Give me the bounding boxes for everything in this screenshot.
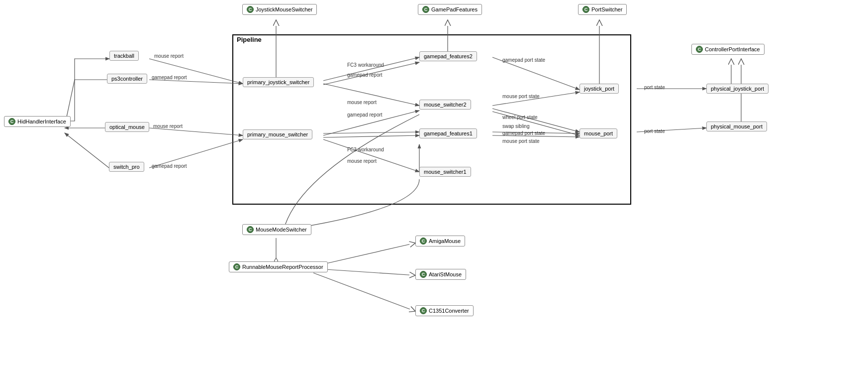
edge-label-swap-sibling: swap sibling xyxy=(502,123,529,129)
diagram-container: Pipeline C JoystickMouseSwitcher C GameP… xyxy=(0,0,868,365)
edge-label-FC3-workaround-2: FC3 workaround xyxy=(347,147,384,152)
label-primary-mouse-switcher: primary_mouse_switcher xyxy=(247,131,308,137)
class-icon-MouseModeSwitcher: C xyxy=(247,226,254,233)
node-switch-pro[interactable]: switch_pro xyxy=(109,162,144,172)
edge-label-mouse-port-state-2: mouse port state xyxy=(502,138,539,144)
label-ControllerPortInterface: ControllerPortInterface xyxy=(705,46,760,52)
edge-label-mouse-report-3: mouse report xyxy=(347,100,377,105)
label-RunnableMouseReportProcessor: RunnableMouseReportProcessor xyxy=(242,264,323,270)
edge-label-wheel-port-state: wheel port state xyxy=(502,115,538,120)
label-HidHandlerInterface: HidHandlerInterface xyxy=(17,119,66,124)
class-icon-AtariStMouse: C xyxy=(420,271,427,278)
node-gamepad-features1[interactable]: gamepad_features1 xyxy=(419,128,477,138)
class-icon-HidHandlerInterface: C xyxy=(8,118,15,125)
class-icon-PortSwitcher: C xyxy=(582,6,589,13)
label-MouseModeSwitcher: MouseModeSwitcher xyxy=(256,227,307,233)
node-AmigaMouse[interactable]: C AmigaMouse xyxy=(415,236,465,246)
pipeline-label: Pipeline xyxy=(235,36,264,43)
edge-label-mouse-report-4: mouse report xyxy=(347,158,377,164)
node-GamePadFeatures[interactable]: C GamePadFeatures xyxy=(418,4,482,15)
label-AtariStMouse: AtariStMouse xyxy=(429,271,462,277)
label-mouse-switcher2: mouse_switcher2 xyxy=(424,102,467,108)
label-AmigaMouse: AmigaMouse xyxy=(429,238,461,244)
class-icon-C1351Converter: C xyxy=(420,307,427,314)
edge-label-mouse-port-state-1: mouse port state xyxy=(502,94,539,99)
class-icon-AmigaMouse: C xyxy=(420,238,427,244)
class-icon-RunnableMouseReportProcessor: C xyxy=(233,263,240,270)
node-AtariStMouse[interactable]: C AtariStMouse xyxy=(415,269,466,280)
node-gamepad-features2[interactable]: gamepad_features2 xyxy=(419,51,477,61)
node-HidHandlerInterface[interactable]: C HidHandlerInterface xyxy=(4,116,71,127)
label-physical-mouse-port: physical_mouse_port xyxy=(711,123,763,129)
edge-label-gamepad-report-4: gamepad report xyxy=(347,112,383,118)
label-physical-joystick-port: physical_joystick_port xyxy=(711,86,764,92)
edge-label-port-state-1: port state xyxy=(644,85,665,90)
label-mouse-switcher1: mouse_switcher1 xyxy=(424,169,467,175)
label-switch-pro: switch_pro xyxy=(113,164,140,170)
node-MouseModeSwitcher[interactable]: C MouseModeSwitcher xyxy=(242,224,311,235)
edge-label-mouse-report-1: mouse report xyxy=(154,53,184,59)
node-optical-mouse[interactable]: optical_mouse xyxy=(105,122,149,132)
class-icon-JoystickMouseSwitcher: C xyxy=(247,6,254,13)
label-gamepad-features1: gamepad_features1 xyxy=(424,130,473,136)
edge-label-gamepad-port-state-1: gamepad port state xyxy=(502,57,545,63)
edge-label-gamepad-report-2: gamepad report xyxy=(152,163,187,169)
node-RunnableMouseReportProcessor[interactable]: C RunnableMouseReportProcessor xyxy=(229,261,328,272)
node-ps3controller[interactable]: ps3controller xyxy=(107,74,147,84)
node-ControllerPortInterface[interactable]: C ControllerPortInterface xyxy=(691,44,765,55)
label-mouse-port: mouse_port xyxy=(584,130,613,136)
edge-label-FC3-workaround-1: FC3 workaround xyxy=(347,62,384,68)
class-icon-ControllerPortInterface: C xyxy=(696,46,703,53)
label-primary-joystick-switcher: primary_joystick_switcher xyxy=(247,79,309,85)
node-physical-mouse-port[interactable]: physical_mouse_port xyxy=(706,122,767,131)
node-primary-mouse-switcher[interactable]: primary_mouse_switcher xyxy=(243,129,312,139)
label-joystick-port: joystick_port xyxy=(584,86,614,92)
node-mouse-switcher2[interactable]: mouse_switcher2 xyxy=(419,100,471,110)
edge-label-gamepad-report-1: gamepad report xyxy=(152,75,187,80)
edge-label-gamepad-port-state-2: gamepad port state xyxy=(502,130,545,136)
node-mouse-switcher1[interactable]: mouse_switcher1 xyxy=(419,167,471,177)
node-PortSwitcher[interactable]: C PortSwitcher xyxy=(578,4,627,15)
label-ps3controller: ps3controller xyxy=(111,76,143,82)
class-icon-GamePadFeatures: C xyxy=(422,6,429,13)
node-primary-joystick-switcher[interactable]: primary_joystick_switcher xyxy=(243,77,314,87)
edge-label-mouse-report-2: mouse report xyxy=(153,123,183,129)
edge-label-port-state-2: port state xyxy=(644,128,665,134)
node-JoystickMouseSwitcher[interactable]: C JoystickMouseSwitcher xyxy=(242,4,317,15)
label-C1351Converter: C1351Converter xyxy=(429,308,469,314)
node-trackball[interactable]: trackball xyxy=(109,51,139,61)
label-PortSwitcher: PortSwitcher xyxy=(591,6,622,12)
node-joystick-port[interactable]: joystick_port xyxy=(579,84,619,94)
node-mouse-port[interactable]: mouse_port xyxy=(579,128,617,138)
label-JoystickMouseSwitcher: JoystickMouseSwitcher xyxy=(256,6,312,12)
label-trackball: trackball xyxy=(114,53,134,59)
node-physical-joystick-port[interactable]: physical_joystick_port xyxy=(706,84,769,94)
label-GamePadFeatures: GamePadFeatures xyxy=(431,6,478,12)
label-optical-mouse: optical_mouse xyxy=(109,124,145,130)
edge-label-gamepad-report-3: gamepad report xyxy=(347,72,383,78)
node-C1351Converter[interactable]: C C1351Converter xyxy=(415,305,474,316)
label-gamepad-features2: gamepad_features2 xyxy=(424,53,473,59)
